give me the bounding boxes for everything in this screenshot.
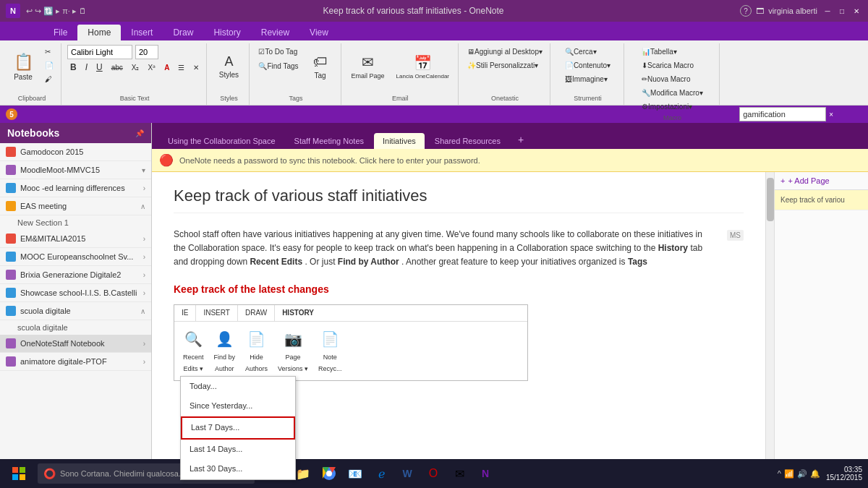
network-icon[interactable]: 📶 [784, 469, 794, 479]
close-btn[interactable]: ✕ [851, 5, 862, 17]
help-icon[interactable]: ? [740, 5, 752, 17]
strikethrough-button[interactable]: abc [109, 61, 126, 74]
notebook-brixia[interactable]: Brixia Generazione Digitale2 › [0, 266, 151, 284]
tab-history[interactable]: History [203, 25, 250, 40]
notebook-showcase[interactable]: Showcase school-I.I.S. B.Castelli › [0, 284, 151, 302]
italic-button[interactable]: I [82, 61, 90, 74]
maximize-btn[interactable]: □ [836, 5, 848, 17]
word-btn[interactable]: W [396, 463, 418, 484]
onenote-taskbar-btn[interactable]: N [475, 463, 496, 484]
underline-button[interactable]: U [93, 61, 106, 74]
notebook-onenotestaf[interactable]: OneNoteStaff Notebook › [0, 335, 151, 353]
add-section-btn[interactable]: + [511, 130, 531, 149]
scarica-button[interactable]: ⬇ Scarica Macro [639, 59, 706, 72]
notebook-moodlemoot[interactable]: MoodleMoot-MMVC15 ▾ [0, 161, 151, 179]
tab-draw[interactable]: Draw [163, 25, 203, 40]
embedded-tab-insert[interactable]: INSERT [196, 305, 238, 321]
tab-file[interactable]: File [43, 25, 77, 40]
bold-button[interactable]: B [67, 61, 80, 74]
search-close-btn[interactable]: × [829, 111, 833, 119]
tabella-button[interactable]: 📊 Tabella ▾ [639, 45, 706, 58]
search-input[interactable] [739, 107, 826, 121]
embedded-tab-ie[interactable]: IE [174, 305, 196, 321]
password-bar[interactable]: 🔴 OneNote needs a password to sync this … [152, 149, 868, 172]
since-yesterday-option[interactable]: Since Yesterday... [181, 396, 295, 416]
find-by-author-button[interactable]: 👤 Find by Author [211, 326, 239, 376]
notebook-mooc-euro[interactable]: MOOC Europeanschoolnet Sv... › [0, 248, 151, 266]
embedded-tab-draw[interactable]: DRAW [238, 305, 275, 321]
immagine-button[interactable]: 🖼 Immagine ▾ [562, 72, 613, 85]
last-14-days-option[interactable]: Last 14 Days... [181, 440, 295, 460]
subscript-button[interactable]: X₂ [129, 61, 142, 74]
tab-review[interactable]: Review [251, 25, 299, 40]
launch-calendar-button[interactable]: 📅 Lancia OneCalendar [392, 45, 454, 88]
copy-button[interactable]: 📄 [42, 59, 56, 72]
recent-edits-button[interactable]: 🔍 Recent Edits ▾ Today... Since Yesterda… [180, 326, 207, 376]
styles-button[interactable]: A Styles [213, 45, 244, 88]
find-tags-button[interactable]: 🔍 Find Tags [255, 59, 301, 72]
email-page-button[interactable]: ✉ Email Page [347, 45, 389, 88]
stili-button[interactable]: ✨ Stili Personalizzati ▾ [464, 59, 545, 72]
start-button[interactable] [6, 461, 32, 487]
taskbar-right: ^ 📶 🔊 🔔 03:35 15/12/2015 [778, 466, 862, 481]
today-option[interactable]: Today... [181, 377, 295, 397]
contenuto-button[interactable]: 📄 Contenuto ▾ [562, 59, 613, 72]
scrollbar-thumb[interactable] [767, 178, 774, 221]
superscript-button[interactable]: Xᵃ [145, 61, 158, 74]
cerca-button[interactable]: 🔍 Cerca ▾ [562, 45, 613, 58]
pin-icon[interactable]: 📌 [135, 129, 144, 137]
note-recycle-button[interactable]: 📄 Note Recyc... [315, 326, 345, 376]
last-30-days-option[interactable]: Last 30 Days... [181, 459, 295, 479]
notebook-new-section[interactable]: New Section 1 [0, 215, 151, 230]
todo-tag-button[interactable]: ☑ To Do Tag [255, 45, 301, 58]
clipboard-group: 📋 Paste ✂ 📄 🖌 Clipboard [3, 43, 61, 105]
chrome-btn[interactable] [318, 463, 340, 484]
page-versions-button[interactable]: 📷 Page Versions ▾ [275, 326, 311, 376]
font-color-button[interactable]: A [161, 61, 172, 74]
tab-staff-meeting[interactable]: Staff Meeting Notes [286, 133, 373, 149]
minimize-restore-btn[interactable]: 🗖 [756, 7, 764, 15]
page-list-item[interactable]: Keep track of variou [775, 190, 868, 210]
notebook-eas[interactable]: EAS meeting ∧ [0, 197, 151, 215]
tab-shared[interactable]: Shared Resources [426, 133, 509, 149]
modifica-macro-button[interactable]: 🔧 Modifica Macro ▾ [639, 86, 706, 99]
notification-icon[interactable]: 🔔 [810, 469, 820, 479]
add-page-button[interactable]: + + Add Page [775, 172, 868, 190]
format-painter-button[interactable]: 🖌 [42, 72, 56, 85]
hide-authors-button[interactable]: 📄 Hide Authors [242, 326, 271, 376]
volume-icon[interactable]: 🔊 [797, 469, 807, 479]
section-label: scuola digitale [17, 323, 68, 332]
last-7-days-option[interactable]: Last 7 Days... [181, 416, 295, 440]
notebook-scuola-sub[interactable]: scuola digitale [0, 320, 151, 335]
status-bar: 5 × [0, 106, 868, 123]
aggiungi-button[interactable]: 🖥 Aggiungi al Desktop ▾ [464, 45, 545, 58]
tab-insert[interactable]: Insert [121, 25, 163, 40]
embedded-tab-history[interactable]: HISTORY [275, 305, 321, 321]
opera-btn[interactable]: O [422, 463, 444, 484]
chevron-icon[interactable]: ^ [778, 469, 781, 478]
nuova-macro-button[interactable]: ✏ Nuova Macro [639, 72, 706, 85]
user-name: virginia alberti [768, 7, 817, 15]
font-size-input[interactable] [135, 45, 158, 59]
edge-btn[interactable]: ℯ [370, 463, 392, 484]
notebook-em-mitalia[interactable]: EM&MITALIA2015 › [0, 230, 151, 248]
tab-view[interactable]: View [299, 25, 339, 40]
tab-initiatives[interactable]: Initiatives [374, 133, 425, 149]
impostazioni-button[interactable]: ⚙ Impostazioni ▾ [639, 100, 706, 113]
paste-button[interactable]: 📋 Paste [7, 45, 39, 88]
gmail-btn[interactable]: 📧 [344, 463, 366, 484]
scrollbar[interactable] [765, 172, 774, 488]
align-button[interactable]: ☰ [175, 61, 187, 74]
notebook-scuola[interactable]: scuola digitale ∧ [0, 302, 151, 320]
cut-button[interactable]: ✂ [42, 45, 56, 58]
notebook-animatore[interactable]: animatore digitale-PTOF › [0, 353, 151, 371]
font-name-input[interactable] [67, 45, 132, 59]
notebook-mooc-ed[interactable]: Mooc -ed learning differences › [0, 179, 151, 197]
clear-format-button[interactable]: ✕ [190, 61, 202, 74]
tag-button[interactable]: 🏷 Tag [305, 45, 336, 88]
minimize-btn[interactable]: ─ [822, 5, 833, 17]
tab-collaboration[interactable]: Using the Collaboration Space [159, 133, 284, 149]
notebook-gamodocon[interactable]: Gamodocon 2015 [0, 143, 151, 161]
email-btn[interactable]: ✉ [448, 463, 470, 484]
tab-home[interactable]: Home [77, 25, 121, 40]
